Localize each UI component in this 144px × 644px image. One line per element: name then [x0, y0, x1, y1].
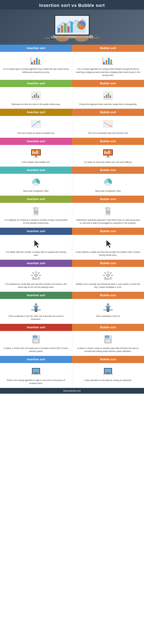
svg-rect-68: [36, 210, 36, 214]
svg-point-13: [75, 36, 88, 42]
svg-rect-30: [110, 60, 112, 64]
svg-rect-35: [34, 95, 35, 98]
bubble-col-9: In place, it means using no auxiliary ty…: [72, 331, 144, 356]
insertion-text-10: Online: this sorting algorithm is able t…: [3, 379, 69, 385]
svg-marker-76: [106, 240, 111, 248]
bubble-text-6: It also defines a stable sort that will …: [75, 250, 141, 257]
svg-rect-134: [107, 374, 109, 374]
insertion-text-3: A bit complex than bubble sort.: [22, 160, 50, 164]
insertion-sort-label-7: Insertion sort: [0, 260, 72, 267]
section-header-1: Insertion sort Bubble sort: [0, 80, 144, 87]
header-image: [0, 10, 144, 45]
svg-marker-75: [34, 240, 39, 248]
svg-rect-81: [31, 275, 33, 276]
bubble-text-10: It also operates on the data for sorting…: [84, 379, 132, 382]
insertion-sort-label-9: Insertion sort: [0, 324, 72, 331]
insertion-icon-0: [30, 55, 42, 66]
bubble-text-1: Checks the adjacent items and then swaps…: [79, 103, 137, 106]
svg-rect-89: [32, 279, 37, 279]
content-row-0: It is a simple type of sorting algorithm…: [0, 52, 144, 80]
insertion-sort-label-3: Insertion sort: [0, 138, 72, 145]
bubble-text-2: This sort is leisurelier than the insert…: [88, 132, 128, 135]
svg-rect-44: [103, 99, 113, 100]
svg-rect-52: [34, 152, 36, 154]
section-header-9: Insertion sort Bubble sort: [0, 324, 144, 331]
laptop-illustration: [42, 10, 102, 44]
insertion-text-1: Relocates an item at a time to the partl…: [12, 103, 60, 106]
svg-rect-42: [108, 93, 109, 98]
bubble-icon-6: [102, 238, 114, 249]
svg-rect-47: [103, 120, 113, 128]
svg-rect-92: [108, 272, 108, 273]
bubble-icon-8: [102, 302, 114, 313]
bubble-col-7: Bubble sort is actually very beneficial …: [72, 267, 144, 292]
insertion-col-10: Online: this sorting algorithm is able t…: [0, 363, 72, 388]
svg-rect-27: [103, 62, 105, 64]
svg-rect-74: [109, 210, 110, 214]
svg-rect-72: [106, 210, 107, 214]
insertion-sort-label-0: Insertion sort: [0, 45, 72, 52]
svg-rect-38: [31, 99, 41, 100]
svg-rect-62: [106, 157, 110, 158]
content-row-6: It is stable with less number of swaps w…: [0, 235, 144, 260]
bubble-col-6: It also defines a stable sort that will …: [72, 235, 144, 260]
bubble-icon-3: [102, 148, 114, 159]
svg-rect-111: [106, 306, 110, 310]
insertion-col-0: It is a simple type of sorting algorithm…: [0, 52, 72, 80]
insertion-icon-3: [30, 148, 42, 159]
section-header-3: Insertion sort Bubble sort: [0, 138, 144, 145]
footer: www.educba.com: [0, 388, 144, 394]
svg-rect-128: [32, 368, 40, 373]
svg-rect-37: [38, 96, 39, 98]
bubble-icon-4: [102, 177, 114, 188]
bubble-col-0: It is a modest algorithm for sorting whi…: [72, 52, 144, 80]
section-header-5: Insertion sort Bubble sort: [0, 196, 144, 203]
svg-rect-95: [111, 275, 113, 276]
svg-rect-102: [104, 279, 109, 279]
insertion-col-9: In place, it means this sort needs just …: [0, 331, 72, 356]
svg-rect-86: [38, 272, 40, 274]
svg-rect-88: [32, 278, 36, 279]
page-header: Insertion sort vs Bubble sort: [0, 0, 144, 45]
content-row-3: A bit complex than bubble sort. It is qu…: [0, 145, 144, 167]
bubble-text-9: In place, it means using no auxiliary ty…: [75, 347, 141, 353]
insertion-icon-8: [30, 302, 42, 313]
svg-rect-20: [51, 36, 53, 39]
bubble-text-3: It is quite an easy and simple one, not …: [84, 160, 132, 164]
insertion-text-9: In place, it means this sort needs just …: [3, 347, 69, 353]
content-row-9: In place, it means this sort needs just …: [0, 331, 144, 356]
svg-rect-43: [110, 96, 111, 98]
bubble-sort-label-4: Bubble sort: [72, 166, 144, 174]
svg-rect-36: [36, 93, 37, 98]
svg-point-110: [107, 303, 109, 306]
svg-rect-55: [34, 157, 38, 158]
section-header-0: Insertion sort Bubble sort: [0, 45, 144, 52]
insertion-icon-10: [30, 366, 42, 377]
svg-rect-126: [106, 340, 110, 342]
svg-rect-21: [31, 62, 33, 64]
content-row-10: Online: this sorting algorithm is able t…: [0, 363, 144, 388]
bubble-sort-label-3: Bubble sort: [72, 138, 144, 145]
svg-rect-41: [106, 95, 107, 98]
insertion-sort-label-1: Insertion sort: [0, 80, 72, 87]
svg-rect-69: [37, 210, 38, 214]
svg-rect-58: [104, 151, 106, 154]
svg-rect-82: [39, 275, 41, 276]
svg-rect-73: [108, 210, 108, 214]
insertion-text-7: It is proficient for small data sets and…: [3, 282, 69, 289]
svg-rect-130: [35, 374, 37, 374]
svg-rect-67: [34, 210, 35, 214]
svg-rect-116: [103, 310, 113, 310]
insertion-col-2: This sort is twice as quick as bubble so…: [0, 116, 72, 138]
svg-rect-124: [107, 336, 108, 338]
bubble-icon-5: [102, 206, 114, 217]
insertion-text-4: Best case complexity: O(N): [23, 190, 49, 192]
svg-rect-61: [107, 156, 109, 157]
svg-rect-99: [110, 272, 112, 274]
content-row-5: It is adaptive as it delivers a minimum …: [0, 203, 144, 228]
sections-container: Insertion sort Bubble sort It is a simpl…: [0, 45, 144, 388]
bubble-icon-1: [102, 90, 114, 101]
insertion-text-2: This sort is twice as quick as bubble so…: [17, 132, 55, 135]
content-row-4: Best case complexity: O(N) Best case com…: [0, 174, 144, 196]
svg-rect-54: [35, 156, 37, 157]
